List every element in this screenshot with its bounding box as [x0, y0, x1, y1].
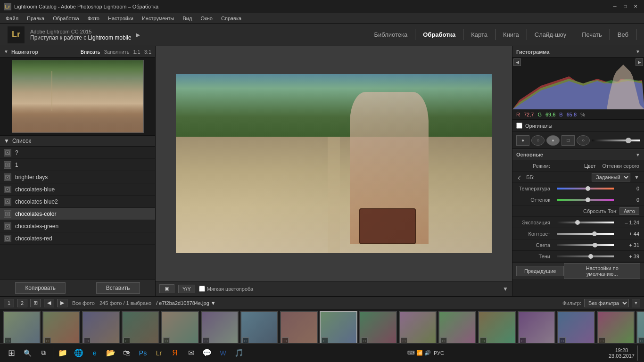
- previous-button[interactable]: Предыдущие: [516, 266, 564, 276]
- tint-slider[interactable]: [557, 199, 614, 201]
- film-thumb-16[interactable]: □: [636, 311, 644, 346]
- start-button[interactable]: ⊞: [4, 346, 19, 361]
- film-thumb-15[interactable]: □: [597, 311, 635, 346]
- film-thumb-8[interactable]: □: [320, 311, 357, 346]
- temp-slider[interactable]: [557, 188, 614, 189]
- preset-item-5[interactable]: chocolates-color: [0, 208, 155, 220]
- temp-slider-thumb[interactable]: [586, 186, 590, 191]
- preset-item-1[interactable]: 1: [0, 159, 155, 171]
- film-thumb-7[interactable]: □: [280, 311, 318, 346]
- mode-color-btn[interactable]: Цвет: [584, 163, 596, 169]
- menu-item-5[interactable]: Инструменты: [138, 15, 178, 22]
- preset-item-4[interactable]: chocolates-blue2: [0, 196, 155, 208]
- film-thumb-10[interactable]: □: [399, 311, 437, 346]
- nav-option-fill[interactable]: Заполнить: [104, 49, 129, 55]
- tint-slider-thumb[interactable]: [586, 197, 590, 202]
- wb-select[interactable]: Заданный: [592, 173, 630, 181]
- film-thumb-1[interactable]: □: [42, 311, 80, 346]
- film-thumb-2[interactable]: □: [82, 311, 120, 346]
- contrast-slider-thumb[interactable]: [592, 231, 597, 236]
- defaults-button[interactable]: Настройки по умолчанию...: [564, 263, 640, 279]
- toolbar-end-button[interactable]: ▼: [503, 286, 508, 292]
- preset-item-7[interactable]: chocolates-red: [0, 232, 155, 245]
- store-btn[interactable]: 🛍: [119, 346, 134, 361]
- film-thumb-11[interactable]: □: [438, 311, 476, 346]
- film-thumb-6[interactable]: □: [240, 311, 278, 346]
- menu-item-4[interactable]: Настройки: [104, 15, 137, 22]
- view-mode-button[interactable]: ▣: [159, 284, 174, 293]
- filmstrip-next-btn[interactable]: ▶: [57, 299, 67, 307]
- exposure-slider[interactable]: [557, 222, 614, 223]
- word-btn[interactable]: W: [215, 346, 231, 361]
- nav-option-fit[interactable]: Вписать: [81, 49, 100, 55]
- photoshop-btn[interactable]: Ps: [135, 346, 150, 361]
- explorer-btn[interactable]: 📂: [103, 346, 118, 361]
- exposure-slider-thumb[interactable]: [575, 220, 580, 225]
- film-thumb-13[interactable]: □: [518, 311, 555, 346]
- filmstrip-prev-btn[interactable]: ◀: [44, 299, 54, 307]
- filmstrip-expand-btn[interactable]: ▼: [632, 299, 640, 307]
- preset-item-0[interactable]: ?: [0, 147, 155, 159]
- highlights-slider-thumb[interactable]: [593, 243, 597, 247]
- film-thumb-4[interactable]: □: [161, 311, 199, 346]
- originals-checkbox[interactable]: [516, 123, 522, 129]
- dropper-icon[interactable]: ⌐: [515, 173, 524, 181]
- yandex-btn[interactable]: Я: [167, 346, 182, 361]
- filmstrip-view2-btn[interactable]: 2: [17, 299, 27, 307]
- film-thumb-14[interactable]: □: [557, 311, 595, 346]
- music-btn[interactable]: 🎵: [231, 346, 247, 361]
- task-view-button[interactable]: ⧉: [36, 346, 51, 361]
- menu-item-3[interactable]: Фото: [84, 15, 103, 22]
- tone-circle-btn[interactable]: ○: [531, 135, 545, 146]
- before-after-button[interactable]: Y/Y: [178, 285, 195, 293]
- module-develop[interactable]: Обработка: [415, 29, 463, 40]
- module-library[interactable]: Библиотека: [367, 29, 416, 40]
- tone-filled-circle-btn[interactable]: ●: [546, 135, 560, 146]
- auto-button[interactable]: Авто: [619, 207, 639, 215]
- social-btn[interactable]: 💬: [199, 346, 215, 361]
- filmstrip-view1-btn[interactable]: 1: [4, 299, 14, 307]
- highlights-slider[interactable]: [557, 244, 614, 246]
- module-book[interactable]: Книга: [495, 29, 527, 40]
- shadows-slider[interactable]: [557, 255, 614, 257]
- film-thumb-0[interactable]: □: [3, 311, 41, 346]
- film-thumb-12[interactable]: □: [478, 311, 516, 346]
- file-manager-btn[interactable]: 📁: [55, 346, 70, 361]
- copy-button[interactable]: Копировать: [15, 282, 66, 294]
- close-button[interactable]: ✕: [631, 2, 640, 11]
- tone-circle2-btn[interactable]: ○: [577, 135, 590, 146]
- edge-btn[interactable]: 🌐: [71, 346, 86, 361]
- module-web[interactable]: Веб: [610, 29, 636, 40]
- tone-point-btn[interactable]: ●: [516, 135, 529, 146]
- filter-select[interactable]: Без фильтра: [584, 299, 629, 307]
- filmstrip-grid-btn[interactable]: ⊞: [30, 299, 41, 307]
- mail-btn[interactable]: ✉: [183, 346, 198, 361]
- tone-rect-btn[interactable]: □: [561, 135, 575, 146]
- presets-collapse-arrow[interactable]: ▼: [4, 138, 9, 144]
- mode-gray-btn[interactable]: Оттенки серого: [603, 163, 639, 169]
- tone-slider[interactable]: [592, 140, 640, 141]
- menu-item-2[interactable]: Обработка: [49, 15, 83, 22]
- module-slideshow[interactable]: Слайд-шоу: [527, 29, 574, 40]
- film-thumb-5[interactable]: □: [201, 311, 239, 346]
- mobile-arrow-button[interactable]: ▶: [133, 30, 143, 40]
- contrast-slider[interactable]: [557, 233, 614, 235]
- minimize-button[interactable]: ─: [610, 2, 619, 11]
- film-thumb-9[interactable]: □: [359, 311, 397, 346]
- basic-collapse-arrow[interactable]: ▼: [636, 152, 640, 157]
- shadows-slider-thumb[interactable]: [588, 254, 593, 259]
- menu-item-1[interactable]: Правка: [23, 15, 48, 22]
- paste-button[interactable]: Вставить: [96, 282, 140, 294]
- nav-option-1-1[interactable]: 1:1: [133, 49, 140, 55]
- module-map[interactable]: Карта: [463, 29, 495, 40]
- lightroom-btn[interactable]: Lr: [151, 346, 166, 361]
- menu-item-8[interactable]: Справка: [217, 15, 245, 22]
- nav-option-3-1[interactable]: 3:1: [144, 49, 151, 55]
- preset-item-2[interactable]: brighter days: [0, 171, 155, 183]
- maximize-button[interactable]: □: [620, 2, 630, 11]
- menu-item-6[interactable]: Вид: [179, 15, 196, 22]
- preset-item-3[interactable]: chocolates-blue: [0, 183, 155, 196]
- menu-item-7[interactable]: Окно: [197, 15, 216, 22]
- show-desktop-btn[interactable]: [637, 346, 640, 361]
- film-thumb-3[interactable]: □: [122, 311, 159, 346]
